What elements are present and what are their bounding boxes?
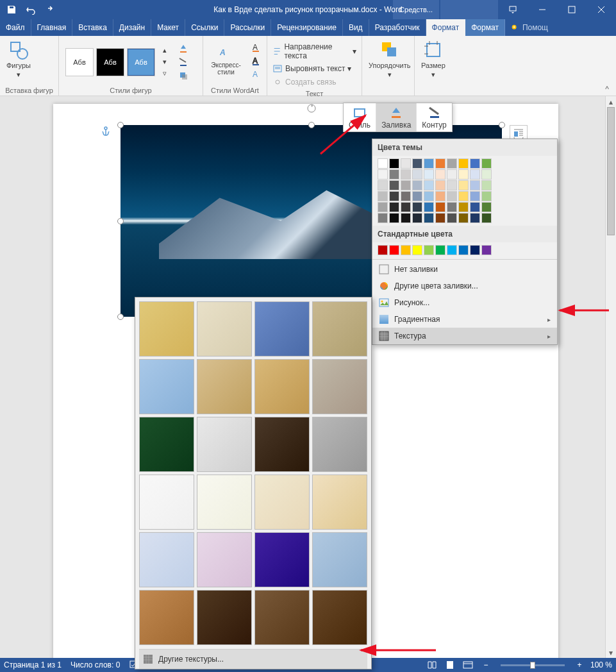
tab-layout[interactable]: Макет <box>151 19 185 36</box>
color-swatch[interactable] <box>378 245 388 255</box>
color-swatch[interactable] <box>424 169 434 180</box>
tab-design[interactable]: Дизайн <box>113 19 151 36</box>
color-swatch[interactable] <box>401 202 411 212</box>
zoom-out-icon[interactable]: − <box>479 659 493 671</box>
minimize-icon[interactable] <box>528 0 557 19</box>
close-icon[interactable] <box>587 0 616 19</box>
tab-home[interactable]: Главная <box>31 19 73 36</box>
texture-swatch[interactable] <box>197 532 252 587</box>
size-button[interactable]: Размер▾ <box>417 38 449 80</box>
color-swatch[interactable] <box>401 245 411 255</box>
texture-swatch[interactable] <box>312 475 367 530</box>
color-swatch[interactable] <box>412 202 422 212</box>
texture-swatch[interactable] <box>254 590 310 645</box>
tell-me-search[interactable]: Помощ <box>505 19 553 36</box>
color-swatch[interactable] <box>481 158 492 169</box>
color-swatch[interactable] <box>481 213 492 223</box>
anchor-icon[interactable] <box>101 126 110 139</box>
color-swatch[interactable] <box>458 180 469 190</box>
shape-style-1[interactable]: Абв <box>65 48 94 76</box>
user-account[interactable] <box>440 0 498 19</box>
texture-swatch[interactable] <box>312 301 367 357</box>
color-swatch[interactable] <box>435 191 445 201</box>
color-swatch[interactable] <box>378 202 388 212</box>
tab-format-shape[interactable]: Формат <box>426 19 466 36</box>
color-swatch[interactable] <box>458 191 469 201</box>
zoom-in-icon[interactable]: + <box>572 659 587 671</box>
color-swatch[interactable] <box>447 213 457 223</box>
color-swatch[interactable] <box>401 191 411 201</box>
color-swatch[interactable] <box>435 245 445 255</box>
color-swatch[interactable] <box>412 213 422 223</box>
page-indicator[interactable]: Страница 1 из 1 <box>4 660 62 669</box>
scroll-thumb[interactable] <box>607 107 615 235</box>
texture-swatch[interactable] <box>254 359 310 414</box>
resize-handle[interactable] <box>117 218 124 224</box>
color-swatch[interactable] <box>424 180 434 190</box>
texture-swatch[interactable] <box>254 301 310 357</box>
color-swatch[interactable] <box>424 213 434 223</box>
color-swatch[interactable] <box>458 245 469 255</box>
texture-swatch[interactable] <box>197 359 252 414</box>
word-count[interactable]: Число слов: 0 <box>71 660 120 669</box>
arrange-button[interactable]: Упорядочить▾ <box>365 38 414 80</box>
gallery-up-icon[interactable]: ▴ <box>160 45 169 56</box>
color-swatch[interactable] <box>435 180 445 190</box>
color-swatch[interactable] <box>412 158 422 169</box>
wordart-styles-button[interactable]: A Экспресс-стили <box>206 38 246 77</box>
more-colors-item[interactable]: Другие цвета заливки... <box>372 278 557 294</box>
color-swatch[interactable] <box>470 180 480 190</box>
color-swatch[interactable] <box>424 245 434 255</box>
read-mode-icon[interactable] <box>425 659 439 671</box>
shape-effects-button[interactable] <box>176 69 191 82</box>
gallery-more-icon[interactable]: ▿ <box>160 68 169 79</box>
texture-swatch[interactable] <box>197 301 252 357</box>
more-textures-item[interactable]: Другие текстуры... <box>139 649 367 669</box>
shape-style-3[interactable]: Абв <box>127 48 155 76</box>
color-swatch[interactable] <box>378 169 388 180</box>
texture-swatch[interactable] <box>139 417 194 472</box>
texture-swatch[interactable] <box>312 532 367 587</box>
tab-references[interactable]: Ссылки <box>185 19 224 36</box>
texture-swatch[interactable] <box>139 475 194 530</box>
color-swatch[interactable] <box>470 245 480 255</box>
texture-swatch[interactable] <box>254 417 310 472</box>
tab-mailings[interactable]: Рассылки <box>224 19 271 36</box>
texture-swatch[interactable] <box>312 359 367 414</box>
color-swatch[interactable] <box>481 202 492 212</box>
collapse-ribbon-icon[interactable]: ^ <box>601 84 613 94</box>
tab-review[interactable]: Рецензирование <box>271 19 343 36</box>
color-swatch[interactable] <box>389 158 399 169</box>
color-swatch[interactable] <box>378 158 388 169</box>
texture-swatch[interactable] <box>139 532 194 587</box>
texture-swatch[interactable] <box>139 301 194 357</box>
color-swatch[interactable] <box>447 191 457 201</box>
color-swatch[interactable] <box>458 202 469 212</box>
zoom-level[interactable]: 100 % <box>590 660 612 669</box>
tab-view[interactable]: Вид <box>343 19 369 36</box>
web-layout-icon[interactable] <box>461 659 475 671</box>
color-swatch[interactable] <box>389 213 399 223</box>
color-swatch[interactable] <box>401 180 411 190</box>
text-direction-button[interactable]: Направление текста▾ <box>270 41 359 62</box>
scroll-up-icon[interactable]: ▴ <box>606 96 616 107</box>
tab-insert[interactable]: Вставка <box>72 19 113 36</box>
color-swatch[interactable] <box>470 169 480 180</box>
resize-handle[interactable] <box>308 122 315 128</box>
texture-swatch[interactable] <box>312 417 367 472</box>
create-link-button[interactable]: Создать связь <box>270 76 359 88</box>
color-swatch[interactable] <box>481 245 492 255</box>
color-swatch[interactable] <box>470 191 480 201</box>
color-swatch[interactable] <box>458 169 469 180</box>
color-swatch[interactable] <box>412 169 422 180</box>
texture-swatch[interactable] <box>254 532 310 587</box>
color-swatch[interactable] <box>435 169 445 180</box>
color-swatch[interactable] <box>401 158 411 169</box>
color-swatch[interactable] <box>481 169 492 180</box>
color-swatch[interactable] <box>389 245 399 255</box>
texture-swatch[interactable] <box>139 359 194 414</box>
vertical-scrollbar[interactable]: ▴ ▾ <box>605 96 616 658</box>
color-swatch[interactable] <box>481 180 492 190</box>
tab-developer[interactable]: Разработчик <box>369 19 426 36</box>
shape-style-2[interactable]: Абв <box>96 48 124 76</box>
